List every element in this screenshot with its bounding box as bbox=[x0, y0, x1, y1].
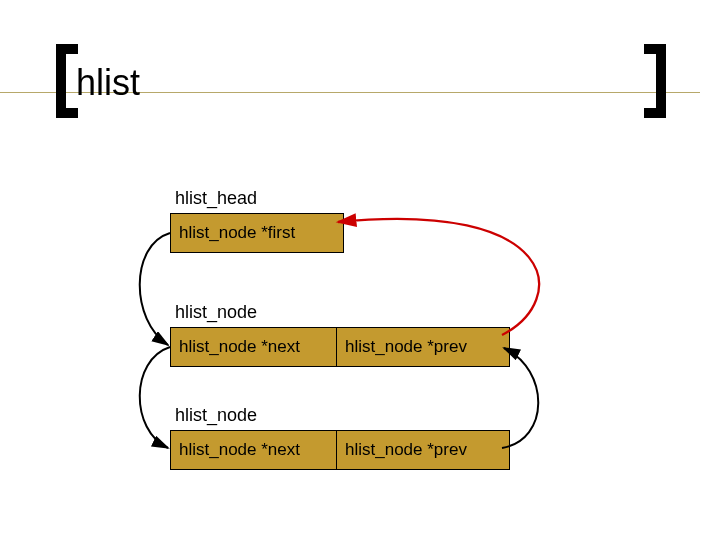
node2-next-field: hlist_node *next bbox=[179, 440, 300, 460]
bracket-right-top bbox=[644, 44, 666, 54]
head-first-field: hlist_node *first bbox=[179, 223, 295, 243]
arrow-node1-prev-to-head bbox=[338, 219, 539, 335]
page-title: hlist bbox=[76, 62, 140, 104]
diagram-stage: hlist hlist_head hlist_node *first hlist… bbox=[0, 0, 720, 540]
node2-prev-box: hlist_node *prev bbox=[336, 430, 510, 470]
node1-next-box: hlist_node *next bbox=[170, 327, 344, 367]
bracket-right-bottom bbox=[644, 108, 666, 118]
bracket-left-bottom bbox=[56, 108, 78, 118]
arrow-head-to-node1 bbox=[140, 233, 170, 345]
node2-prev-field: hlist_node *prev bbox=[345, 440, 467, 460]
node1-prev-box: hlist_node *prev bbox=[336, 327, 510, 367]
head-first-box: hlist_node *first bbox=[170, 213, 344, 253]
node2-struct-label: hlist_node bbox=[175, 405, 257, 426]
head-struct-label: hlist_head bbox=[175, 188, 257, 209]
node1-prev-field: hlist_node *prev bbox=[345, 337, 467, 357]
node1-next-field: hlist_node *next bbox=[179, 337, 300, 357]
node2-next-box: hlist_node *next bbox=[170, 430, 344, 470]
arrow-node1-to-node2 bbox=[140, 347, 170, 448]
bracket-right-vertical bbox=[656, 44, 666, 118]
bracket-left-vertical bbox=[56, 44, 66, 118]
bracket-left-top bbox=[56, 44, 78, 54]
node1-struct-label: hlist_node bbox=[175, 302, 257, 323]
